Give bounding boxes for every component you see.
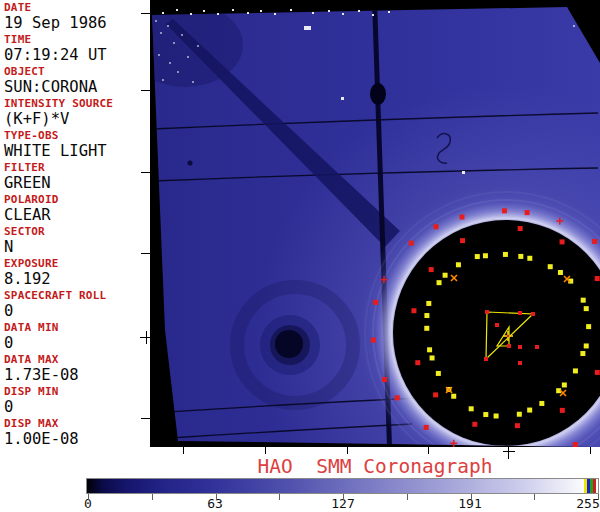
field-filter: FILTERGREEN — [4, 162, 150, 192]
field-object: OBJECTSUN:CORONA — [4, 66, 150, 96]
field-value: 0 — [4, 335, 150, 352]
inner-yellow-ring-dot — [558, 270, 563, 275]
inner-yellow-ring-dot — [469, 406, 474, 411]
colorbar-gradient — [87, 479, 598, 493]
film-speckle — [181, 34, 183, 36]
film-speckle — [388, 11, 390, 13]
film-speckle — [342, 13, 344, 15]
pylon-blob — [370, 83, 386, 105]
inner-yellow-ring-dot — [539, 401, 544, 406]
field-value: (K+F)*V — [4, 111, 150, 128]
film-speckle — [358, 10, 360, 12]
inner-yellow-ring-dot — [426, 301, 431, 306]
field-intensity-source: INTENSITY SOURCE(K+F)*V — [4, 98, 150, 128]
field-value: 0 — [4, 399, 150, 416]
inner-yellow-ring-dot — [483, 412, 488, 417]
field-value: WHITE LIGHT — [4, 143, 150, 160]
vertex-dot — [485, 310, 489, 314]
inner-yellow-ring-dot — [437, 280, 442, 285]
film-speckle — [162, 12, 164, 14]
coronagraph-image — [150, 0, 600, 447]
inner-yellow-ring-dot — [436, 371, 441, 376]
field-data-min: DATA MIN0 — [4, 322, 150, 352]
field-value: 1.00E-08 — [4, 431, 150, 448]
colorbar-tick-label: 255 — [576, 496, 599, 511]
outer-red-ring-dot — [502, 208, 507, 213]
colorbar-tick — [216, 494, 217, 500]
vertex-dot — [495, 323, 499, 327]
colorbar-tick — [471, 494, 472, 500]
field-label: OBJECT — [4, 66, 150, 78]
metadata-panel: DATE19 Sep 1986 TIME07:19:24 UT OBJECTSU… — [0, 0, 150, 447]
colorbar-tick — [279, 494, 280, 500]
field-time: TIME07:19:24 UT — [4, 34, 150, 64]
page-title: HAO SMM Coronagraph — [150, 455, 600, 478]
colorbar-tick — [88, 494, 89, 500]
film-speckle — [203, 10, 205, 12]
field-label: DATA MAX — [4, 354, 150, 366]
inner-yellow-ring-dot — [562, 382, 567, 387]
vertex-dot — [518, 361, 522, 365]
outer-red-ring-dot — [434, 224, 439, 229]
field-value: 0 — [4, 303, 150, 320]
vertex-dot — [518, 311, 522, 315]
mid-red-ring-dot — [460, 238, 465, 243]
field-disp-min: DISP MIN0 — [4, 386, 150, 416]
inner-yellow-ring-dot — [503, 252, 508, 257]
film-speckle — [167, 25, 169, 27]
mid-red-ring-dot — [560, 239, 565, 244]
bottom-edge-tick — [265, 447, 266, 454]
field-label: SECTOR — [4, 226, 150, 238]
outer-red-ring-dot — [573, 442, 578, 447]
vertex-dot — [518, 345, 522, 349]
film-speckle — [162, 79, 164, 81]
inner-yellow-ring-dot — [584, 343, 589, 348]
inner-yellow-ring-dot — [518, 254, 523, 259]
inner-yellow-ring-dot — [427, 347, 432, 352]
field-value: 8.192 — [4, 271, 150, 288]
field-label: DISP MIN — [4, 386, 150, 398]
film-speckle — [173, 42, 175, 44]
field-exposure: EXPOSURE8.192 — [4, 258, 150, 288]
inner-yellow-ring-dot — [517, 412, 522, 417]
field-spacecraft-roll: SPACECRAFT ROLL0 — [4, 290, 150, 320]
film-speckle — [197, 45, 199, 47]
field-value: 1.73E-08 — [4, 367, 150, 384]
film-speckle — [187, 56, 189, 58]
bottom-edge-tick — [347, 447, 348, 454]
film-speckle — [176, 9, 178, 11]
field-value: SUN:CORONA — [4, 79, 150, 96]
inner-yellow-ring-dot — [494, 413, 499, 418]
outer-red-ring-dot — [409, 241, 414, 246]
film-speckle — [190, 13, 192, 15]
mid-red-ring-dot — [415, 360, 420, 365]
inner-yellow-ring-dot — [430, 355, 435, 360]
mid-red-ring-dot — [515, 423, 520, 428]
inner-yellow-ring-dot — [548, 264, 553, 269]
inner-yellow-ring-dot — [483, 253, 488, 258]
film-speckle — [260, 10, 262, 12]
inner-yellow-ring-dot — [573, 368, 578, 373]
inner-yellow-ring-dot — [424, 313, 429, 318]
outer-red-ring-dot — [459, 214, 464, 219]
exposed-frame — [150, 0, 600, 447]
bottom-edge-tick — [590, 447, 591, 454]
film-speckle — [312, 12, 314, 14]
inner-yellow-ring-dot — [456, 262, 461, 267]
field-polaroid: POLAROIDCLEAR — [4, 194, 150, 224]
colorbar-tick — [407, 494, 408, 500]
mid-red-ring-dot — [518, 226, 523, 231]
inner-yellow-ring-dot — [527, 256, 532, 261]
inner-yellow-ring-dot — [586, 324, 591, 329]
mid-red-ring-dot — [560, 408, 565, 413]
field-value: 19 Sep 1986 — [4, 15, 150, 32]
outer-red-ring-cross — [559, 218, 561, 225]
vertex-dot — [531, 312, 535, 316]
inner-yellow-ring-dot — [581, 298, 586, 303]
mid-red-ring-dot — [433, 392, 438, 397]
field-value: GREEN — [4, 175, 150, 192]
inner-yellow-ring-dot — [584, 306, 589, 311]
dust-blob-core — [275, 330, 303, 358]
mid-red-ring-dot — [429, 267, 434, 272]
field-value: N — [4, 239, 150, 256]
